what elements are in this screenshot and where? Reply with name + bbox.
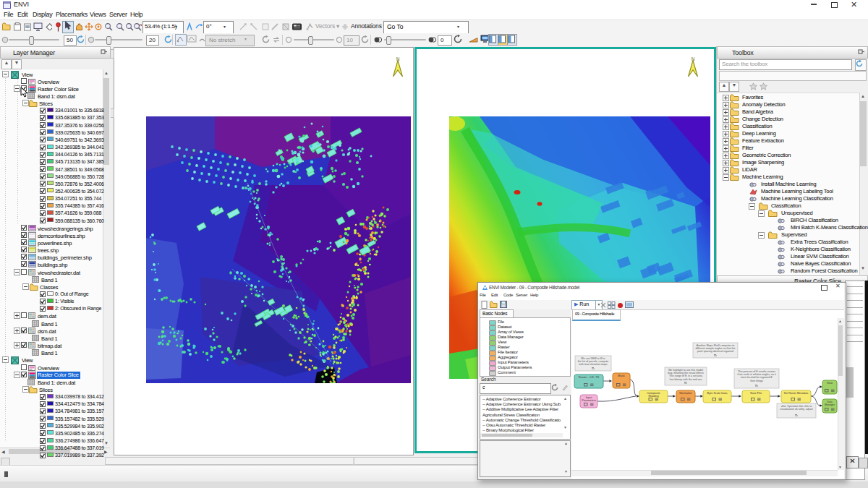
svg-text:with max elevation maps: with max elevation maps: [579, 363, 608, 366]
svg-text:then things: then things: [750, 380, 763, 382]
svg-text:Save File: Save File: [750, 391, 762, 395]
svg-text:Parameters: Parameters: [582, 399, 596, 402]
svg-text:Set Raster Metadata: Set Raster Metadata: [784, 392, 809, 395]
svg-text:View: View: [827, 382, 833, 385]
svg-text:N: N: [396, 56, 400, 61]
svg-text:pixel spacing identical regain: pixel spacing identical regained: [697, 350, 733, 353]
svg-text:Shading: Shading: [648, 394, 658, 398]
svg-text:Input: Input: [586, 396, 592, 399]
svg-text:Mask: Mask: [618, 374, 626, 377]
svg-text:visualization ok utility- adju: visualization ok utility- adjust: [780, 408, 812, 411]
svg-text:Data: Data: [827, 401, 832, 403]
svg-text:Byte Scale Data: Byte Scale Data: [707, 391, 728, 395]
svg-text:Normalize: Normalize: [679, 391, 692, 395]
svg-text:N: N: [692, 56, 695, 61]
svg-text:Raster - LR- TS: Raster - LR- TS: [579, 375, 600, 379]
svg-text:Manager: Manager: [825, 403, 835, 406]
svg-text:has bitmap with the mid sea: has bitmap with the mid sea: [670, 378, 702, 381]
